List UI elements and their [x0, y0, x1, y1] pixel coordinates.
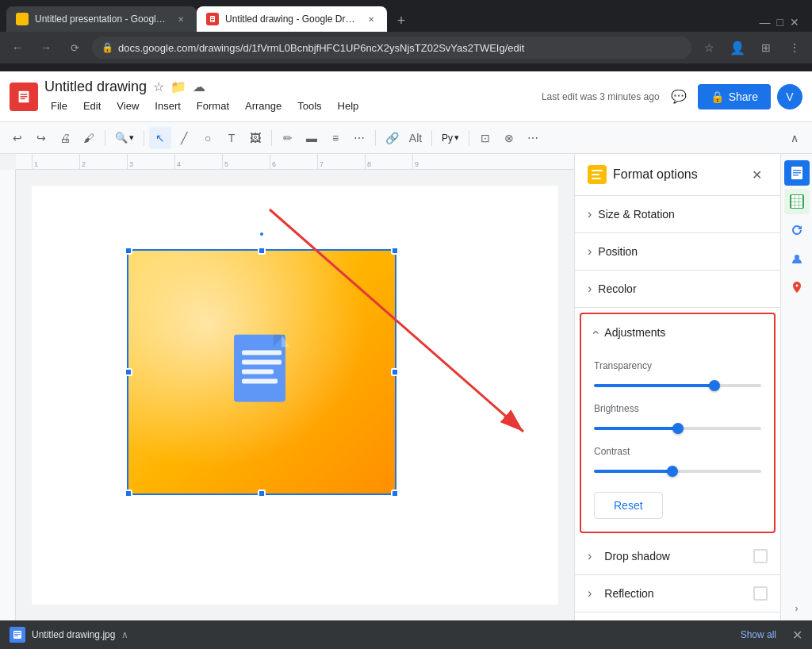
- user-avatar[interactable]: V: [777, 84, 802, 109]
- ruler-tick: 4: [174, 154, 222, 170]
- sidebar-icon-maps[interactable]: [784, 275, 810, 300]
- image-tool[interactable]: 🖼: [244, 127, 266, 149]
- menu-help[interactable]: Help: [331, 97, 366, 115]
- menu-file[interactable]: File: [44, 97, 74, 115]
- folder-icon[interactable]: 📁: [170, 79, 186, 94]
- size-rotation-header[interactable]: › Size & Rotation: [575, 196, 780, 232]
- handle-middle-left[interactable]: [124, 368, 132, 376]
- adjustments-header[interactable]: ‹ Adjustments: [581, 314, 774, 351]
- extension-icon[interactable]: ⊞: [755, 36, 777, 59]
- paint-format-button[interactable]: 🖌: [78, 127, 100, 149]
- star-icon[interactable]: ☆: [153, 79, 164, 94]
- menu-arrange[interactable]: Arrange: [239, 97, 288, 115]
- new-tab-button[interactable]: +: [390, 10, 412, 32]
- tab-close-2[interactable]: ✕: [365, 13, 377, 25]
- sidebar-icon-sheets[interactable]: [784, 189, 810, 214]
- profile-icon[interactable]: 👤: [726, 36, 749, 59]
- back-button[interactable]: ←: [6, 36, 29, 59]
- download-chevron-icon[interactable]: ∧: [121, 629, 128, 640]
- drop-shadow-header[interactable]: › Drop shadow: [575, 538, 780, 574]
- menu-edit[interactable]: Edit: [77, 97, 107, 115]
- more-button[interactable]: ⋯: [522, 127, 544, 149]
- border-width-button[interactable]: ≡: [324, 127, 347, 149]
- shape-tool[interactable]: ○: [197, 127, 219, 149]
- svg-rect-32: [795, 195, 795, 208]
- ruler-tick: 1: [32, 154, 79, 170]
- crop-button[interactable]: ⊡: [474, 127, 496, 149]
- maximize-button[interactable]: □: [777, 16, 783, 29]
- address-input[interactable]: 🔒 docs.google.com/drawings/d/1fVrmL0Bcnb…: [92, 36, 691, 59]
- text-box-tool[interactable]: T: [220, 127, 243, 149]
- comment-button[interactable]: 💬: [666, 84, 691, 109]
- size-rotation-title: Size & Rotation: [598, 208, 675, 221]
- link-button[interactable]: 🔗: [381, 127, 403, 149]
- menu-insert[interactable]: Insert: [148, 97, 187, 115]
- drop-shadow-checkbox[interactable]: [753, 549, 768, 563]
- handle-bottom-left[interactable]: [124, 490, 132, 497]
- svg-rect-9: [20, 98, 25, 98]
- transparency-slider[interactable]: [594, 378, 761, 394]
- menu-tools[interactable]: Tools: [291, 97, 327, 115]
- handle-bottom-right[interactable]: [391, 490, 399, 497]
- sidebar-collapse-button[interactable]: ›: [795, 603, 799, 614]
- refresh-button[interactable]: ⟳: [63, 36, 86, 59]
- tab-favicon-1: [16, 13, 29, 25]
- svg-rect-11: [234, 335, 285, 402]
- line-tool[interactable]: ╱: [173, 127, 195, 149]
- drop-shadow-section: › Drop shadow: [575, 538, 780, 575]
- share-button[interactable]: 🔒 Share: [698, 84, 771, 109]
- collapse-toolbar-button[interactable]: ∧: [783, 127, 806, 149]
- undo-button[interactable]: ↩: [6, 127, 29, 149]
- more-options-icon[interactable]: ⋮: [783, 36, 806, 59]
- adjustments-section: ‹ Adjustments Transparency Brightness: [580, 313, 776, 533]
- reflection-header[interactable]: › Reflection: [575, 575, 780, 612]
- redo-button[interactable]: ↪: [30, 127, 52, 149]
- minimize-button[interactable]: —: [760, 16, 771, 29]
- brightness-slider[interactable]: [594, 421, 761, 436]
- show-all-button[interactable]: Show all: [741, 629, 776, 640]
- border-color-button[interactable]: ▬: [301, 127, 323, 149]
- print-button[interactable]: 🖨: [54, 127, 76, 149]
- menu-view[interactable]: View: [110, 97, 145, 115]
- handle-top[interactable]: [259, 231, 265, 237]
- bookmark-icon[interactable]: ☆: [698, 36, 720, 59]
- reflection-checkbox[interactable]: [753, 586, 768, 601]
- border-dash-button[interactable]: ⋯: [348, 127, 370, 149]
- handle-top-left[interactable]: [124, 247, 132, 255]
- download-bar-close[interactable]: ✕: [792, 628, 802, 643]
- cloud-icon[interactable]: ☁: [193, 79, 205, 94]
- svg-rect-4: [211, 21, 213, 21]
- handle-bottom-center[interactable]: [258, 490, 266, 497]
- select-tool[interactable]: ↖: [149, 127, 171, 149]
- alt-text-button[interactable]: Alt: [404, 127, 427, 149]
- svg-rect-37: [14, 632, 21, 633]
- menu-format[interactable]: Format: [190, 97, 236, 115]
- handle-middle-right[interactable]: [391, 368, 399, 376]
- forward-button[interactable]: →: [35, 36, 57, 59]
- browser-tab-2[interactable]: Untitled drawing - Google Draw... ✕: [197, 6, 387, 32]
- svg-rect-24: [793, 170, 801, 171]
- tab-close-1[interactable]: ✕: [174, 13, 187, 25]
- svg-rect-31: [791, 205, 802, 205]
- toolbar-divider-5: [431, 130, 432, 146]
- svg-rect-12: [242, 351, 282, 355]
- selected-image[interactable]: [127, 249, 396, 495]
- handle-top-right[interactable]: [391, 247, 399, 255]
- recolor-header[interactable]: › Recolor: [575, 271, 780, 307]
- reset-button[interactable]: Reset: [594, 492, 663, 519]
- contrast-slider[interactable]: [594, 463, 761, 479]
- app-logo: [10, 83, 38, 111]
- sidebar-icon-docs[interactable]: [784, 160, 810, 186]
- wordart-dropdown[interactable]: Py ▾: [437, 127, 464, 149]
- browser-tab-1[interactable]: Untitled presentation - Google S... ✕: [6, 6, 197, 32]
- sidebar-icon-sync[interactable]: [784, 217, 810, 243]
- format-panel-close-button[interactable]: ✕: [745, 163, 768, 186]
- close-button[interactable]: ✕: [790, 16, 799, 29]
- zoom-dropdown[interactable]: 🔍 ▾: [110, 127, 139, 149]
- header-right: Last edit was 3 minutes ago 💬 🔒 Share V: [542, 84, 802, 109]
- mask-button[interactable]: ⊗: [498, 127, 520, 149]
- sidebar-icon-account[interactable]: [784, 246, 810, 271]
- position-header[interactable]: › Position: [575, 233, 780, 270]
- pen-tool[interactable]: ✏: [277, 127, 299, 149]
- handle-top-center[interactable]: [258, 247, 266, 255]
